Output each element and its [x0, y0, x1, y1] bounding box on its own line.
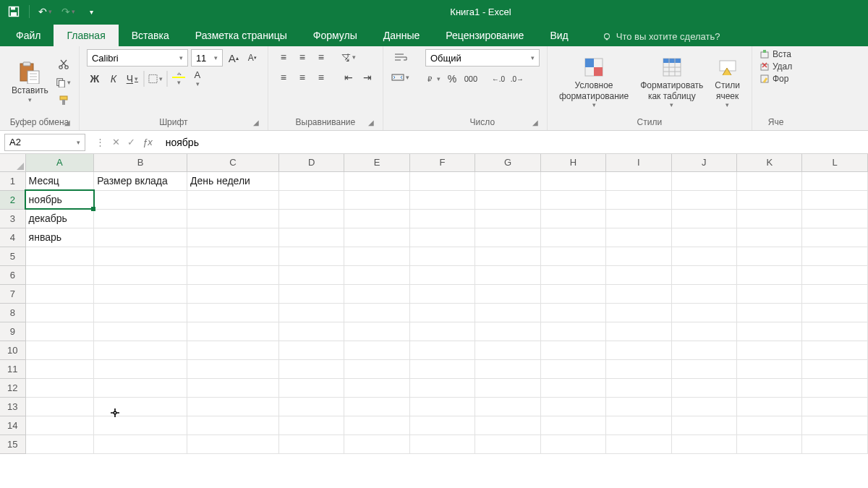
font-dialog-launcher[interactable]: ◢: [252, 119, 260, 127]
font-color-button[interactable]: А: [190, 71, 205, 87]
cell-K5[interactable]: [737, 247, 802, 265]
cell-L7[interactable]: [802, 284, 868, 303]
col-header-B[interactable]: B: [94, 154, 187, 171]
inc-indent-button[interactable]: ⇥: [359, 69, 375, 85]
cell-I3[interactable]: [606, 209, 671, 228]
cell-B6[interactable]: [94, 265, 187, 284]
row-header-2[interactable]: 2: [0, 190, 25, 209]
cell-C1[interactable]: День недели: [187, 171, 279, 190]
cell-H8[interactable]: [540, 303, 605, 322]
cell-G13[interactable]: [475, 397, 541, 416]
cell-D2[interactable]: [278, 190, 344, 209]
cell-J14[interactable]: [671, 416, 736, 435]
cell-C6[interactable]: [187, 265, 279, 284]
row-header-3[interactable]: 3: [0, 209, 25, 228]
cell-I13[interactable]: [606, 397, 671, 416]
cell-I14[interactable]: [606, 416, 671, 435]
cell-H5[interactable]: [540, 247, 605, 265]
cell-G12[interactable]: [475, 378, 541, 397]
alignment-dialog-launcher[interactable]: ◢: [367, 119, 375, 127]
row-header-8[interactable]: 8: [0, 303, 25, 322]
cell-K11[interactable]: [737, 359, 802, 378]
col-header-H[interactable]: H: [540, 154, 605, 171]
save-icon[interactable]: [6, 4, 22, 20]
cell-F9[interactable]: [409, 322, 475, 341]
cell-J8[interactable]: [671, 303, 736, 322]
cell-A14[interactable]: [25, 416, 94, 435]
cell-A10[interactable]: [25, 341, 94, 359]
inc-decimal-button[interactable]: ←.0: [490, 71, 506, 87]
clipboard-dialog-launcher[interactable]: ◢: [63, 119, 72, 127]
cell-L5[interactable]: [802, 247, 868, 265]
cell-B8[interactable]: [94, 303, 187, 322]
redo-button[interactable]: ↷: [60, 4, 76, 20]
cell-D9[interactable]: [278, 322, 344, 341]
row-header-7[interactable]: 7: [0, 284, 25, 303]
cell-I11[interactable]: [606, 359, 671, 378]
cell-L15[interactable]: [802, 435, 868, 453]
cell-J12[interactable]: [671, 378, 736, 397]
cell-D11[interactable]: [278, 359, 344, 378]
col-header-D[interactable]: D: [278, 154, 344, 171]
cell-G11[interactable]: [475, 359, 541, 378]
tab-home[interactable]: Главная: [54, 25, 118, 46]
cell-B10[interactable]: [94, 341, 187, 359]
row-header-5[interactable]: 5: [0, 247, 25, 265]
cell-H13[interactable]: [540, 397, 605, 416]
worksheet-grid[interactable]: ABCDEFGHIJKL1МесяцРазмер вкладаДень неде…: [0, 154, 868, 454]
cell-E8[interactable]: [344, 303, 409, 322]
cell-H9[interactable]: [540, 322, 605, 341]
cell-L14[interactable]: [802, 416, 868, 435]
cell-J9[interactable]: [671, 322, 736, 341]
cell-L8[interactable]: [802, 303, 868, 322]
cell-J1[interactable]: [671, 171, 736, 190]
cell-I5[interactable]: [606, 247, 671, 265]
cell-A2[interactable]: ноябрь: [25, 190, 94, 209]
qat-customize-icon[interactable]: ▾: [83, 4, 99, 20]
delete-cells-button[interactable]: Удал: [760, 61, 792, 72]
dec-decimal-button[interactable]: .0→: [509, 71, 525, 87]
col-header-K[interactable]: K: [737, 154, 802, 171]
undo-button[interactable]: ↶: [37, 4, 53, 20]
cell-F13[interactable]: [409, 397, 475, 416]
col-header-L[interactable]: L: [802, 154, 868, 171]
cell-A12[interactable]: [25, 378, 94, 397]
cell-A4[interactable]: январь: [25, 228, 94, 247]
cell-H4[interactable]: [540, 228, 605, 247]
cell-J15[interactable]: [671, 435, 736, 453]
shrink-font-button[interactable]: A▾: [244, 50, 260, 66]
align-left-button[interactable]: ≡: [276, 69, 292, 85]
borders-button[interactable]: [148, 71, 163, 87]
cell-L1[interactable]: [802, 171, 868, 190]
cell-A13[interactable]: [25, 397, 94, 416]
row-header-12[interactable]: 12: [0, 378, 25, 397]
insert-cells-button[interactable]: Вста: [760, 49, 791, 59]
cell-E13[interactable]: [344, 397, 409, 416]
cell-L9[interactable]: [802, 322, 868, 341]
cell-J4[interactable]: [671, 228, 736, 247]
row-header-6[interactable]: 6: [0, 265, 25, 284]
cell-styles-button[interactable]: Стили ячеек▾: [710, 53, 744, 112]
cell-L4[interactable]: [802, 228, 868, 247]
cell-D13[interactable]: [278, 397, 344, 416]
cell-A7[interactable]: [25, 284, 94, 303]
cell-G3[interactable]: [475, 209, 541, 228]
cell-G8[interactable]: [475, 303, 541, 322]
merge-button[interactable]: [391, 69, 411, 85]
cell-J2[interactable]: [671, 190, 736, 209]
dec-indent-button[interactable]: ⇤: [341, 69, 357, 85]
cell-G7[interactable]: [475, 284, 541, 303]
cell-D1[interactable]: [278, 171, 344, 190]
cell-C4[interactable]: [187, 228, 279, 247]
cell-F1[interactable]: [409, 171, 475, 190]
select-all-corner[interactable]: [0, 154, 25, 171]
cell-E9[interactable]: [344, 322, 409, 341]
cell-I9[interactable]: [606, 322, 671, 341]
cell-H12[interactable]: [540, 378, 605, 397]
col-header-F[interactable]: F: [409, 154, 475, 171]
cell-L3[interactable]: [802, 209, 868, 228]
cell-C3[interactable]: [187, 209, 279, 228]
row-header-13[interactable]: 13: [0, 397, 25, 416]
row-header-4[interactable]: 4: [0, 228, 25, 247]
cell-E4[interactable]: [344, 228, 409, 247]
